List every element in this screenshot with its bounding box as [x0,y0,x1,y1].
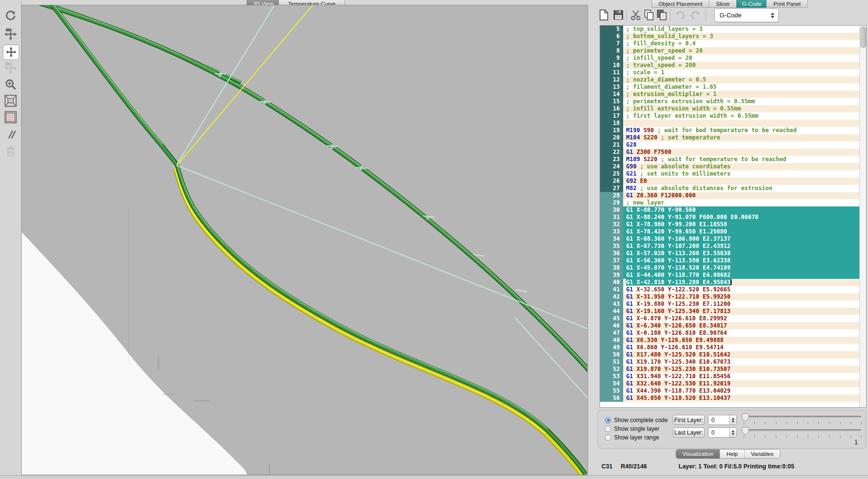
gcode-line[interactable]: 20M104 S220 ; set temperature [600,134,866,141]
redo-icon[interactable] [689,9,702,21]
gcode-line[interactable]: 5; top_solid_layers = 3 [600,26,866,33]
gcode-line[interactable]: 24G90 ; use absolute coordinates [600,163,866,170]
line-number: 20 [600,134,623,141]
gcode-line[interactable]: 26G92 E0 [600,178,866,185]
3d-viewport[interactable] [21,5,588,475]
first-layer-slider[interactable] [743,415,861,418]
scrollbar-thumb[interactable] [860,27,866,48]
radio-icon[interactable] [605,426,611,432]
gcode-line[interactable]: 51G1 X19.170 Y-125.340 E10.67073 [600,358,866,366]
gcode-line[interactable]: 40G1 X-42.810 Y-119.280 E4.95843 [600,279,866,286]
gcode-line[interactable]: 13; filament_diameter = 1.65 [600,83,866,91]
delete-object-icon[interactable] [4,145,17,157]
perspective-view-icon[interactable] [4,95,17,107]
tab-visualization[interactable]: Visualization [676,450,720,458]
cut-icon[interactable] [629,9,642,21]
gcode-line[interactable]: 33G1 X-78.420 Y-99.650 E1.25080 [600,228,866,235]
gcode-line[interactable]: 31G1 X-88.240 Y-91.070 F600.000 E0.06678 [600,214,866,221]
radio-show-single-layer[interactable]: Show single layer [605,425,659,432]
top-view-icon[interactable] [4,111,17,123]
gcode-line[interactable]: 17; first layer extrusion width = 0.55mm [600,112,866,120]
editor-vertical-scrollbar[interactable] [859,26,866,407]
gcode-line[interactable]: 15; perimeters extrusion width = 0.55mm [600,98,866,105]
gcode-line[interactable]: 54G1 X32.640 Y-122.530 E11.92019 [600,380,866,387]
move-object-locked-icon[interactable] [4,62,17,74]
gcode-line[interactable]: 7; fill_density = 0.4 [600,40,866,47]
tab-variables[interactable]: Variables [744,450,780,458]
gcode-line[interactable]: 23M109 S220 ; wait for temperature to be… [600,156,866,163]
gcode-line[interactable]: 27M82 ; use absolute distances for extru… [600,185,866,192]
gcode-line[interactable]: 36G1 X-57.020 Y-113.260 E3.55638 [600,250,866,257]
parallel-projection-icon[interactable] [4,128,17,141]
gcode-line[interactable]: 25G21 ; set units to millimeters [600,170,866,178]
radio-icon[interactable] [605,435,611,441]
gcode-line[interactable]: 39G1 X-44.400 Y-118.770 E4.80682 [600,272,866,279]
radio-show-layer-range[interactable]: Show layer range [605,434,659,441]
tab-slicer[interactable]: Slicer [708,0,737,8]
gcode-file-dropdown[interactable]: G-Code [714,8,779,22]
rotate-view-icon[interactable] [4,10,17,22]
first-layer-spinner[interactable]: 0 [708,415,737,425]
gcode-line[interactable]: 55G1 X44.390 Y-118.770 E13.04029 [600,387,866,395]
undo-icon[interactable] [674,9,686,21]
radio-show-complete-code[interactable]: Show complete code [605,417,668,424]
first-layer-value[interactable]: 0 [708,415,729,424]
slider-track[interactable] [743,429,861,431]
tab-print-panel[interactable]: Print Panel [766,0,808,8]
gcode-line[interactable]: 56G1 X45.050 Y-118.520 E13.10437 [600,395,866,402]
gcode-line[interactable]: 9; infill_speed = 20 [600,55,866,62]
save-icon[interactable] [612,9,625,21]
gcode-line[interactable]: 44G1 X-19.160 Y-125.340 E7.17813 [600,308,866,315]
gcode-line[interactable]: 35G1 X-67.730 Y-107.200 E2.43912 [600,243,866,250]
gcode-line[interactable]: 19M190 S90 ; wait for bed temperature to… [600,127,866,134]
gcode-line[interactable]: 43G1 X-19.880 Y-125.230 E7.11200 [600,301,866,308]
gcode-line[interactable]: 6; bottom_solid_layers = 3 [600,33,866,40]
gcode-line[interactable]: 32G1 X-78.980 Y-99.200 E1.18558 [600,221,866,228]
gcode-line[interactable]: 29; new layer [600,199,866,206]
gcode-line[interactable]: 49G1 X6.860 Y-126.610 E9.54714 [600,344,866,351]
gcode-line[interactable]: 41G1 X-32.650 Y-122.520 E5.92665 [600,286,866,293]
gcode-line[interactable]: 8; perimeter_speed = 20 [600,47,866,55]
tab-gcode[interactable]: G-Code [736,0,767,8]
gcode-line[interactable]: 37G1 X-56.360 Y-113.590 E3.62338 [600,257,866,264]
slider-thumb[interactable] [741,413,749,422]
gcode-line[interactable]: 42G1 X-31.950 Y-122.710 E5.99250 [600,293,866,301]
new-file-icon[interactable] [598,9,610,21]
gcode-line[interactable]: 52G1 X19.870 Y-125.230 E10.73507 [600,366,866,373]
tab-help[interactable]: Help [720,450,744,458]
tab-object-placement[interactable]: Object Placement [652,0,709,8]
slider-thumb[interactable] [741,426,749,436]
zoom-icon[interactable] [4,78,17,91]
slider-track[interactable] [743,416,861,418]
spinner-stepper-icon[interactable] [729,415,736,424]
gcode-line[interactable]: 11; scale = 1 [600,69,866,76]
last-layer-slider[interactable] [743,429,861,432]
copy-icon[interactable] [643,9,655,21]
gcode-line[interactable]: 14; extrusion_multiplier = 1 [600,91,866,98]
gcode-line[interactable]: 45G1 X-6.870 Y-126.610 E8.29992 [600,315,866,322]
spinner-stepper-icon[interactable] [729,428,736,437]
gcode-line[interactable]: 34G1 X-68.360 Y-106.800 E2.37137 [600,235,866,243]
gcode-line[interactable]: 18 [600,120,866,127]
gcode-line[interactable]: 12; nozzle_diameter = 0.5 [600,76,866,83]
gcode-line[interactable]: 22G1 Z300 F7500 [600,149,866,156]
last-layer-spinner[interactable]: 0 [708,427,737,438]
gcode-line[interactable]: 48G1 X6.330 Y-126.650 E9.49888 [600,337,866,344]
gcode-line[interactable]: 53G1 X31.940 Y-122.710 E11.85456 [600,373,866,380]
gcode-line[interactable]: 30G1 X-88.770 Y-90.560 [600,206,866,214]
gcode-editor[interactable]: 5; top_solid_layers = 36; bottom_solid_l… [600,25,867,408]
gcode-text: G1 X-57.020 Y-113.260 E3.55638 [623,250,731,257]
move-object-button[interactable] [3,44,19,60]
gcode-line[interactable]: 28G1 Z0.360 F12000.000 [600,192,866,199]
gcode-line[interactable]: 16; infill extrusion width = 0.55mm [600,105,866,112]
gcode-line[interactable]: 50G1 X17.480 Y-125.520 E10.51642 [600,351,866,358]
move-viewpoint-icon[interactable] [4,28,17,41]
radio-icon[interactable] [605,417,611,424]
gcode-line[interactable]: 46G1 X-6.340 Y-126.650 E8.34817 [600,322,866,329]
last-layer-value[interactable]: 0 [708,428,729,437]
gcode-line[interactable]: 47G1 X-0.180 Y-126.810 E8.90764 [600,329,866,337]
gcode-line[interactable]: 21G28 [600,141,866,149]
gcode-line[interactable]: 38G1 X-45.070 Y-118.520 E4.74189 [600,264,866,272]
paste-icon[interactable] [655,9,668,21]
gcode-line[interactable]: 10; travel_speed = 200 [600,62,866,69]
